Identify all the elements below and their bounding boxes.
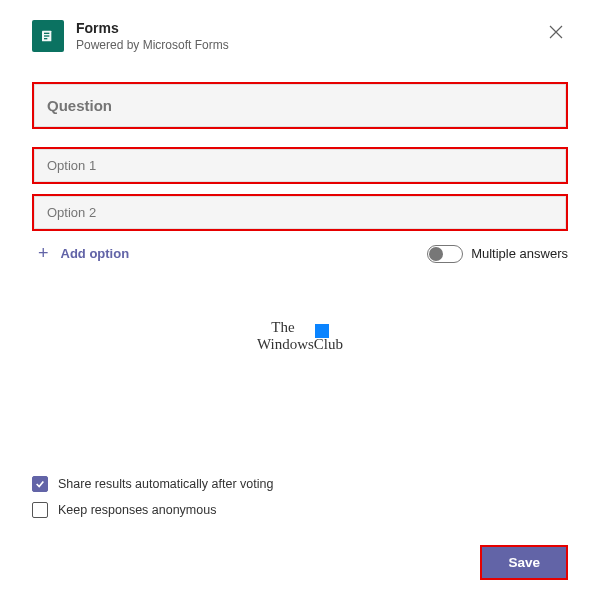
svg-rect-3 (44, 38, 47, 39)
svg-rect-1 (44, 33, 49, 34)
watermark: The WindowsClub (32, 319, 568, 353)
option-1-input[interactable] (34, 149, 566, 182)
close-button[interactable] (544, 20, 568, 44)
share-results-checkbox[interactable] (32, 476, 48, 492)
option-2-highlight (32, 194, 568, 231)
svg-rect-2 (44, 35, 49, 36)
app-subtitle: Powered by Microsoft Forms (76, 38, 532, 52)
forms-app-icon (32, 20, 64, 52)
option-2-input[interactable] (34, 196, 566, 229)
plus-icon: + (38, 243, 49, 264)
watermark-line1: The (271, 319, 294, 336)
app-title: Forms (76, 20, 532, 36)
anonymous-checkbox[interactable] (32, 502, 48, 518)
multiple-answers-toggle[interactable] (427, 245, 463, 263)
save-button[interactable]: Save (482, 547, 566, 578)
question-field-highlight (32, 82, 568, 129)
add-option-label: Add option (61, 246, 130, 261)
watermark-square-icon (315, 324, 329, 338)
save-button-highlight: Save (480, 545, 568, 580)
add-option-button[interactable]: + Add option (32, 243, 129, 264)
watermark-line2: WindowsClub (257, 336, 343, 353)
share-results-label: Share results automatically after voting (58, 477, 273, 491)
option-1-highlight (32, 147, 568, 184)
multiple-answers-label: Multiple answers (471, 246, 568, 261)
anonymous-label: Keep responses anonymous (58, 503, 216, 517)
question-input[interactable] (34, 84, 566, 127)
